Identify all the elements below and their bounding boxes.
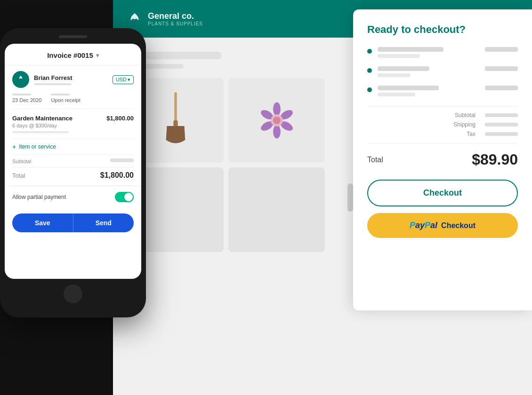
toggle-knob — [124, 193, 133, 201]
date-label-bar — [12, 94, 31, 95]
partial-label: Allow partial payment — [12, 194, 66, 200]
item-name-bar — [378, 86, 439, 90]
item-sub-bar — [378, 93, 415, 96]
line-item-bar — [12, 131, 69, 133]
paypal-checkout-label: Checkout — [441, 221, 476, 230]
item-list — [367, 47, 518, 96]
client-bar — [34, 83, 72, 85]
scroll-indicator[interactable] — [347, 183, 353, 212]
item-price-bar — [485, 66, 518, 71]
avatar — [12, 71, 29, 88]
total-row: Total $1,800.00 — [12, 167, 134, 182]
shipping-row: Shipping — [367, 121, 518, 128]
item-price-bar — [485, 47, 518, 52]
logo-icon — [127, 11, 142, 26]
item-price-bar — [485, 86, 518, 90]
phone-device: Invoice #0015 ▾ Brian Forrest USD ▾ — [0, 28, 146, 317]
svg-point-2 — [273, 103, 281, 116]
subtotal-bar — [110, 158, 134, 162]
chevron-down-icon[interactable]: ▾ — [96, 52, 99, 59]
avatar-icon — [16, 75, 25, 84]
tax-bar — [485, 132, 518, 136]
invoice-title: Invoice #0015 ▾ — [12, 51, 134, 59]
bullet-icon — [367, 49, 372, 54]
modal-subtotals: Subtotal Shipping Tax — [367, 106, 518, 137]
modal-total-value: $89.90 — [472, 151, 518, 168]
checkout-button[interactable]: Checkout — [367, 180, 518, 206]
item-name-bar — [378, 47, 443, 52]
totals-section: Subtotal Total $1,800.00 — [5, 155, 141, 185]
bullet-icon — [367, 87, 372, 92]
list-item — [367, 86, 518, 96]
subtotal-summary-bar — [485, 113, 518, 117]
date-due-label-bar — [51, 94, 70, 95]
line-item-row: Garden Maintenance $1,800.00 — [12, 115, 134, 122]
invoice-header: Invoice #0015 ▾ — [5, 44, 141, 65]
item-detail — [378, 86, 479, 96]
subtotal-summary-label: Subtotal — [455, 112, 476, 118]
currency-badge[interactable]: USD ▾ — [113, 75, 134, 84]
checkout-modal: Ready to checkout? — [353, 9, 532, 310]
item-detail — [378, 66, 479, 77]
phone-screen: Invoice #0015 ▾ Brian Forrest USD ▾ — [5, 44, 141, 279]
svg-point-5 — [273, 125, 281, 139]
item-detail — [378, 47, 479, 58]
phone-home-button[interactable] — [64, 284, 82, 303]
client-row: Brian Forrest USD ▾ — [5, 65, 141, 94]
list-item — [367, 47, 518, 58]
chevron-icon: ▾ — [128, 77, 130, 83]
flower-icon — [258, 102, 296, 139]
dates-row: 23 Dec 2020 Upon receipt — [5, 94, 141, 109]
add-item-row[interactable]: + Item or service — [5, 139, 141, 154]
shipping-bar — [485, 123, 518, 126]
list-item — [367, 66, 518, 77]
svg-rect-0 — [174, 92, 177, 123]
plus-icon: + — [12, 143, 16, 150]
partial-payment-toggle[interactable] — [115, 192, 134, 202]
bullet-icon — [367, 68, 372, 73]
company-info: General co. PLANTS & SUPPLIES — [148, 11, 203, 26]
modal-title: Ready to checkout? — [367, 24, 518, 36]
company-subtitle: PLANTS & SUPPLIES — [148, 21, 203, 26]
line-item-desc: 6 days @ $300/day — [12, 123, 134, 128]
item-sub-bar — [378, 73, 411, 77]
save-button[interactable]: Save — [12, 213, 73, 232]
item-name-bar — [378, 66, 429, 71]
tax-label: Tax — [467, 131, 476, 137]
product-card-4[interactable] — [228, 167, 325, 252]
send-button[interactable]: Send — [73, 213, 134, 232]
company-name: General co. — [148, 11, 203, 21]
subtotal-summary-row: Subtotal — [367, 112, 518, 118]
phone-container: Invoice #0015 ▾ Brian Forrest USD ▾ — [0, 28, 151, 317]
svg-point-9 — [273, 117, 281, 124]
paypal-checkout-button[interactable]: PayPal Checkout — [367, 213, 518, 238]
product-grid — [127, 78, 325, 252]
phone-actions: Save Send — [5, 208, 141, 238]
client-name: Brian Forrest — [34, 74, 108, 81]
paypal-icon: PayPal — [410, 221, 437, 230]
date-issued: 23 Dec 2020 — [12, 94, 41, 103]
line-items: Garden Maintenance $1,800.00 6 days @ $3… — [5, 109, 141, 139]
tax-row: Tax — [367, 131, 518, 137]
svg-rect-1 — [173, 120, 177, 127]
shovel-icon — [157, 92, 194, 149]
modal-total-label: Total — [367, 156, 383, 164]
client-info: Brian Forrest — [34, 74, 108, 85]
date-due: Upon receipt — [51, 94, 80, 103]
phone-speaker — [59, 35, 87, 38]
shipping-label: Shipping — [453, 121, 476, 128]
product-card-flower[interactable] — [228, 78, 325, 163]
modal-total-row: Total $89.90 — [367, 143, 518, 168]
item-sub-bar — [378, 54, 420, 58]
partial-payment-row: Allow partial payment — [5, 186, 141, 208]
subtotal-row: Subtotal — [12, 158, 134, 164]
